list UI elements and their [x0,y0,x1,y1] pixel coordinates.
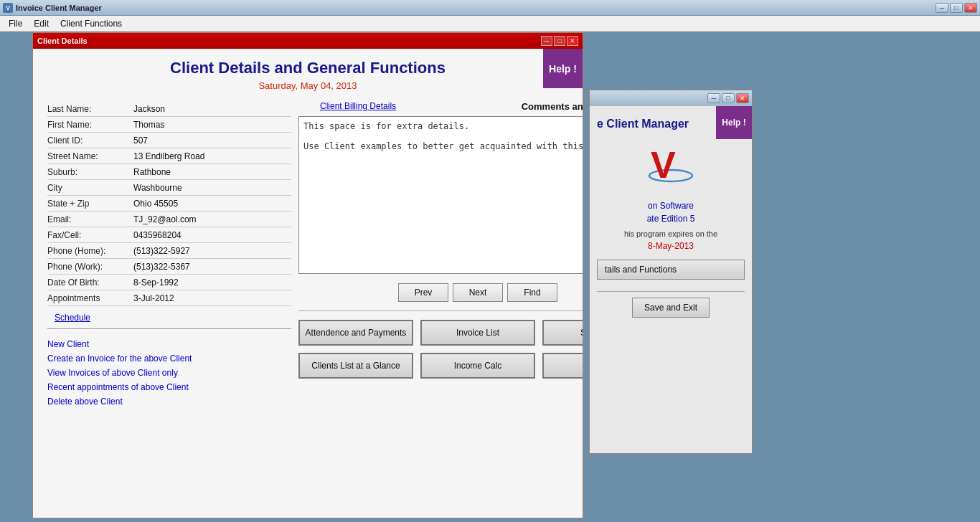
field-street: Street Name: 13 Endilberg Road [47,148,291,164]
label-appointments: Appointments [47,293,133,303]
v-logo: V [642,136,699,194]
right-col-header: Client Billing Details Comments and Furt… [298,101,583,112]
attendence-payments-btn[interactable]: Attendence and Payments [298,320,413,346]
app-close-btn[interactable]: ✕ [964,3,977,13]
sec-minimize-btn[interactable]: ─ [707,93,720,103]
menu-edit[interactable]: Edit [28,17,55,30]
form-divider [47,328,291,329]
right-column: Client Billing Details Comments and Furt… [298,101,583,411]
field-clientid: Client ID: 507 [47,133,291,148]
comments-header: Comments and Further Details [522,101,583,112]
label-clientid: Client ID: [47,136,133,146]
sec-titlebar: ─ □ ✕ [590,90,752,106]
schedule-link[interactable]: Schedule [55,313,90,323]
action-row-2: Clients List at a Glance Income Calc Clo… [298,353,583,379]
main-area: ─ □ ✕ Help ! e Client Manager V on Softw… [0,32,980,522]
window-title: Client Details [37,37,88,45]
svg-text:V: V [651,144,676,186]
sec-expiry-date: 8-May-2013 [597,241,745,251]
sec-content: Help ! e Client Manager V on Software at… [590,106,752,325]
field-phone-work: Phone (Work): (513)322-5367 [47,259,291,275]
app-maximize-btn[interactable]: □ [950,3,963,13]
value-phone-home: (513)322-5927 [133,246,190,256]
value-firstname: Thomas [133,120,164,130]
value-email: TJ_92@aol.com [133,214,197,224]
action-row-1: Attendence and Payments Invoice List Sch… [298,320,583,346]
label-lastname: Last Name: [47,104,133,114]
window-titlebar: Client Details ─ □ ✕ [33,33,583,49]
value-suburb: Rathbone [133,167,171,177]
menu-file[interactable]: File [3,17,28,30]
comments-textarea[interactable] [298,116,583,274]
link-create-invoice[interactable]: Create an Invoice for the above Client [47,353,291,364]
field-firstname: First Name: Thomas [47,117,291,133]
secondary-window: ─ □ ✕ Help ! e Client Manager V on Softw… [588,89,753,455]
app-minimize-btn[interactable]: ─ [936,3,948,13]
close-btn[interactable]: Close [542,353,583,379]
two-column-layout: Last Name: Jackson First Name: Thomas Cl… [47,101,568,411]
label-city: City [47,183,133,193]
field-appointments: Appointments 3-Jul-2012 [47,290,291,306]
value-fax: 0435968204 [133,230,182,240]
sec-maximize-btn[interactable]: □ [722,93,735,103]
income-calc-btn[interactable]: Income Calc [420,353,535,379]
form-column: Last Name: Jackson First Name: Thomas Cl… [47,101,291,411]
value-city: Washbourne [133,183,182,193]
prev-button[interactable]: Prev [398,283,448,302]
app-titlebar: V Invoice Client Manager ─ □ ✕ [0,0,980,16]
label-street: Street Name: [47,151,133,161]
label-phone-work: Phone (Work): [47,262,133,272]
value-dob: 8-Sep-1992 [133,277,179,288]
clients-list-btn[interactable]: Clients List at a Glance [298,353,413,379]
value-street: 13 Endilberg Road [133,151,204,161]
section-divider [298,310,583,311]
field-city: City Washbourne [47,180,291,196]
field-fax: Fax/Cell: 0435968204 [47,227,291,243]
invoice-list-btn[interactable]: Invoice List [420,320,535,346]
sec-win-controls: ─ □ ✕ [707,93,749,103]
link-view-invoices[interactable]: View Invoices of above Client only [47,368,291,378]
window-content: Client Details and General Functions Sat… [33,49,583,518]
value-appointments: 3-Jul-2012 [133,293,174,303]
label-email: Email: [47,214,133,224]
field-email: Email: TJ_92@aol.com [47,212,291,227]
field-dob: Date Of Birth: 8-Sep-1992 [47,275,291,290]
app-title: Invoice Client Manager [16,4,936,12]
page-title: Client Details and General Functions [47,59,568,77]
link-new-client[interactable]: New Client [47,339,291,349]
sec-close-btn[interactable]: ✕ [736,93,749,103]
value-phone-work: (513)322-5367 [133,262,190,272]
value-state: Ohio 45505 [133,199,178,209]
sec-subtitle: on Software [597,201,745,211]
window-controls: ─ □ ✕ [541,36,578,46]
save-exit-button[interactable]: Save and Exit [632,298,710,318]
find-button[interactable]: Find [507,283,557,302]
field-lastname: Last Name: Jackson [47,101,291,117]
link-recent-appointments[interactable]: Recent appointments of above Client [47,382,291,392]
label-state: State + Zip [47,199,133,209]
client-details-btn[interactable]: tails and Functions [597,260,745,280]
win-close[interactable]: ✕ [567,36,578,46]
billing-details-link[interactable]: Client Billing Details [320,101,396,111]
link-section: New Client Create an Invoice for the abo… [47,339,291,407]
label-dob: Date Of Birth: [47,277,133,288]
value-lastname: Jackson [133,104,165,114]
value-clientid: 507 [133,136,148,146]
field-phone-home: Phone (Home): (513)322-5927 [47,243,291,259]
app-window-controls: ─ □ ✕ [936,3,977,13]
scheduler-btn[interactable]: Scheduler [542,320,583,346]
label-fax: Fax/Cell: [47,230,133,240]
primary-window: Client Details ─ □ ✕ Help ! Client Detai… [32,32,584,519]
win-minimize[interactable]: ─ [541,36,552,46]
label-firstname: First Name: [47,120,133,130]
sec-help-button[interactable]: Help ! [716,106,752,139]
link-delete-client[interactable]: Delete above Client [47,397,291,407]
help-button[interactable]: Help ! [543,49,583,88]
menubar: File Edit Client Functions [0,16,980,32]
action-buttons: Attendence and Payments Invoice List Sch… [298,320,583,379]
next-button[interactable]: Next [453,283,503,302]
menu-client-functions[interactable]: Client Functions [55,17,128,30]
sec-divider [597,291,745,292]
win-maximize[interactable]: □ [554,36,565,46]
label-phone-home: Phone (Home): [47,246,133,256]
